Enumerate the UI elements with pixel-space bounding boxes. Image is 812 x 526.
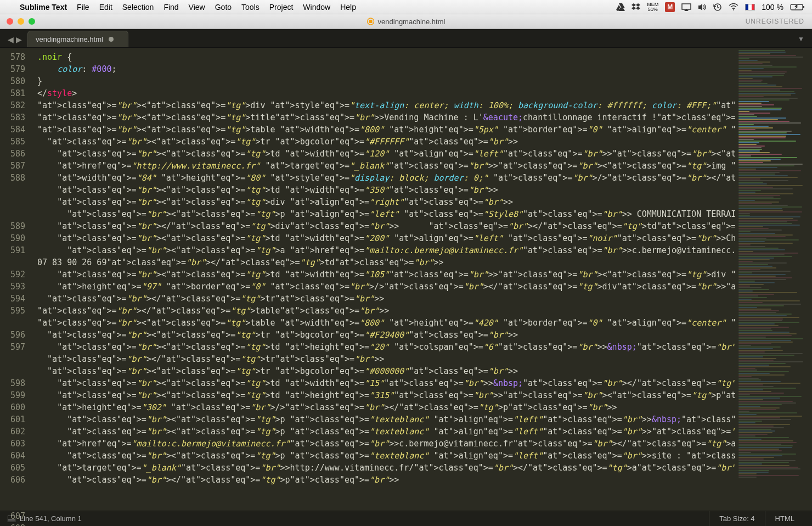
macos-menubar: Sublime Text File Edit Selection Find Vi… bbox=[0, 0, 812, 14]
input-language-flag-icon[interactable] bbox=[745, 4, 755, 10]
syntax-selector[interactable]: HTML bbox=[765, 511, 804, 526]
panel-toggle-icon[interactable] bbox=[8, 516, 15, 522]
cursor-position: Line 541, Column 1 bbox=[20, 514, 82, 523]
svg-rect-4 bbox=[803, 6, 804, 8]
tab-label: vendingmachine.html bbox=[36, 35, 103, 43]
battery-icon[interactable] bbox=[790, 3, 805, 11]
line-number-gutter[interactable]: 578579580581582583584585586587588 589590… bbox=[0, 48, 33, 511]
menu-edit[interactable]: Edit bbox=[99, 3, 112, 12]
menu-file[interactable]: File bbox=[77, 3, 89, 12]
tab-size-selector[interactable]: Tab Size: 4 bbox=[709, 511, 764, 526]
tab-bar: ◀ ▶ vendingmachine.html ▼ bbox=[0, 29, 812, 48]
menu-tools[interactable]: Tools bbox=[241, 3, 260, 12]
m-badge-icon[interactable]: M bbox=[665, 2, 675, 12]
menu-goto[interactable]: Goto bbox=[215, 3, 232, 12]
gdrive-icon[interactable] bbox=[616, 3, 625, 11]
window-title: vendingmachine.html bbox=[367, 18, 446, 26]
svg-rect-0 bbox=[682, 4, 691, 9]
nav-forward-button[interactable]: ▶ bbox=[16, 35, 22, 44]
airplay-icon[interactable] bbox=[681, 3, 691, 11]
traffic-lights bbox=[0, 18, 35, 25]
menu-find[interactable]: Find bbox=[163, 3, 178, 12]
minimap[interactable] bbox=[735, 48, 812, 511]
dirty-indicator-icon bbox=[109, 37, 114, 42]
status-bar: Line 541, Column 1 Tab Size: 4 HTML bbox=[0, 511, 812, 526]
svg-rect-6 bbox=[8, 516, 15, 522]
editor-area: 578579580581582583584585586587588 589590… bbox=[0, 48, 812, 511]
wifi-icon[interactable] bbox=[729, 3, 738, 10]
close-window-button[interactable] bbox=[7, 18, 13, 25]
minimize-window-button[interactable] bbox=[18, 18, 24, 25]
battery-percentage[interactable]: 100 % bbox=[762, 3, 783, 12]
menu-window[interactable]: Window bbox=[303, 3, 330, 12]
volume-icon[interactable] bbox=[698, 3, 707, 11]
tab-overflow-button[interactable]: ▼ bbox=[798, 35, 812, 47]
timemachine-icon[interactable] bbox=[713, 3, 722, 12]
memory-status[interactable]: MEM 51% bbox=[647, 2, 658, 12]
file-icon bbox=[367, 18, 375, 25]
unregistered-label: UNREGISTERED bbox=[746, 18, 804, 25]
menu-help[interactable]: Help bbox=[340, 3, 356, 12]
menu-view[interactable]: View bbox=[189, 3, 205, 12]
menu-project[interactable]: Project bbox=[269, 3, 294, 12]
window-titlebar: vendingmachine.html UNREGISTERED bbox=[0, 14, 812, 29]
zoom-window-button[interactable] bbox=[29, 18, 35, 25]
code-editor[interactable]: .noir { color: #000;}</style>"at">class"… bbox=[33, 48, 735, 511]
svg-point-2 bbox=[733, 9, 734, 10]
nav-back-button[interactable]: ◀ bbox=[8, 35, 14, 44]
dropbox-icon[interactable] bbox=[631, 3, 640, 11]
menu-selection[interactable]: Selection bbox=[122, 3, 154, 12]
file-tab[interactable]: vendingmachine.html bbox=[27, 31, 128, 47]
app-name[interactable]: Sublime Text bbox=[20, 3, 67, 12]
